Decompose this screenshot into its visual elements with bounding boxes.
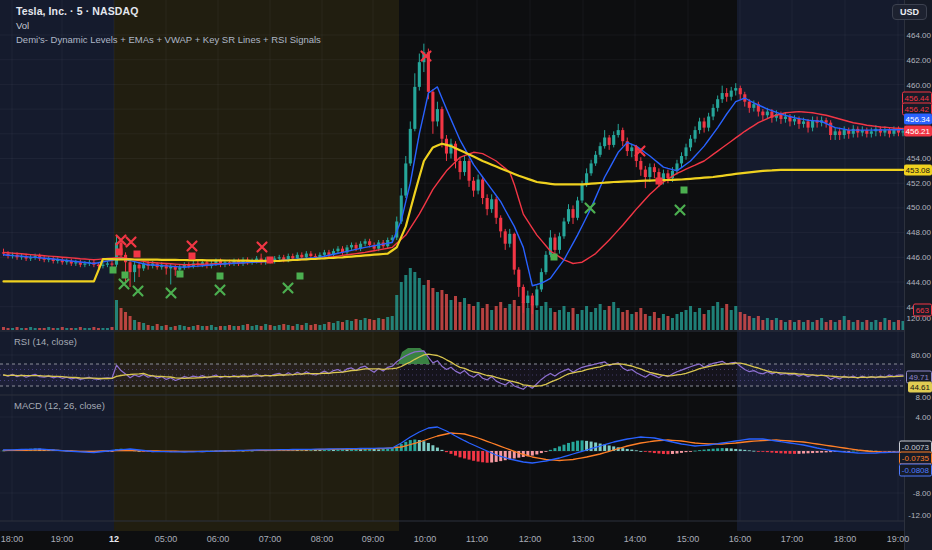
candle-body: [888, 130, 891, 134]
volume-bar: [685, 310, 688, 330]
candle-body: [413, 87, 416, 129]
rsi-pane-label[interactable]: RSI (14, close): [14, 336, 77, 347]
volume-bar: [576, 314, 579, 330]
volume-indicator-label[interactable]: Vol: [16, 20, 321, 31]
volume-bar: [703, 314, 706, 330]
time-axis[interactable]: 18:0019:001205:0006:0007:0008:0009:0010:…: [0, 531, 912, 550]
macd-histogram-bar: [671, 451, 674, 454]
candle-body: [653, 167, 656, 172]
candle-body: [544, 255, 547, 272]
volume-bar: [251, 326, 254, 330]
volume-bar: [852, 322, 855, 330]
volume-bar: [648, 316, 651, 330]
macd-histogram-bar: [721, 448, 724, 451]
chart-canvas[interactable]: [0, 0, 932, 550]
volume-bar: [110, 327, 113, 330]
volume-bar: [296, 324, 299, 330]
volume-bar: [364, 318, 367, 330]
volume-bar: [214, 327, 217, 330]
volume-bar: [486, 304, 489, 330]
time-tick-label: 13:00: [572, 534, 595, 544]
macd-histogram-bar: [454, 451, 457, 456]
volume-bar: [43, 328, 46, 330]
volume-bar: [680, 312, 683, 330]
volume-bar: [314, 324, 317, 330]
volume-bar: [165, 325, 168, 330]
volume-bar: [544, 302, 547, 330]
volume-bar: [151, 326, 154, 330]
volume-bar: [83, 328, 86, 330]
volume-bar: [802, 322, 805, 330]
candle-body: [621, 130, 624, 141]
symbol-title[interactable]: Tesla, Inc. · 5 · NASDAQ: [16, 5, 321, 17]
macd-histogram-bar: [481, 451, 484, 462]
volume-bar: [730, 310, 733, 330]
macd-histogram-bar: [644, 451, 647, 452]
price-tick-label: 448.00: [907, 228, 931, 237]
currency-button[interactable]: USD: [892, 4, 927, 20]
volume-bar: [7, 328, 10, 330]
price-tick-label: 4.00: [915, 413, 931, 422]
price-badge: 44.61: [908, 382, 932, 393]
time-tick-label: 15:00: [677, 534, 700, 544]
volume-bar: [445, 294, 448, 330]
time-tick-label: 10:00: [414, 534, 437, 544]
candle-body: [585, 173, 588, 184]
volume-bar: [468, 304, 471, 330]
candle-body: [409, 129, 412, 164]
macd-histogram-bar: [793, 451, 796, 454]
macd-histogram-bar: [427, 443, 430, 451]
volume-bar: [359, 320, 362, 330]
volume-bar: [477, 302, 480, 330]
candle-body: [571, 209, 574, 218]
volume-bar: [61, 327, 64, 330]
macd-histogram-bar: [639, 451, 642, 452]
volume-bar: [757, 316, 760, 330]
time-tick-label: 12: [109, 534, 119, 544]
volume-bar: [883, 318, 886, 330]
volume-bar: [138, 322, 141, 330]
candle-body: [468, 161, 471, 181]
candle-body: [703, 121, 706, 127]
volume-bar: [350, 321, 353, 330]
sell-square-marker: [189, 253, 196, 260]
volume-bar: [567, 312, 570, 330]
volume-bar: [269, 325, 272, 330]
volume-bar: [92, 327, 95, 330]
price-badge: 663: [913, 304, 932, 317]
candle-body: [766, 112, 769, 116]
macd-histogram-bar: [712, 449, 715, 451]
candle-body: [404, 163, 407, 195]
volume-bar: [449, 300, 452, 330]
candle-body: [644, 170, 647, 177]
candle-body: [504, 231, 507, 243]
macd-pane-label[interactable]: MACD (12, 26, close): [14, 400, 105, 411]
time-tick-label: 08:00: [311, 534, 334, 544]
price-tick-label: 454.00: [907, 154, 931, 163]
volume-bar: [323, 324, 326, 330]
volume-bar: [811, 322, 814, 330]
volume-bar: [20, 328, 23, 330]
macd-histogram-bar: [463, 451, 466, 458]
macd-histogram-bar: [689, 451, 692, 452]
volume-bar: [440, 290, 443, 330]
strategy-indicator-label[interactable]: Demi's- Dynamic Levels + EMAs + VWAP + K…: [16, 34, 321, 45]
time-tick-label: 16:00: [729, 534, 752, 544]
candle-body: [734, 88, 737, 90]
volume-bar: [892, 322, 895, 330]
volume-bar: [594, 308, 597, 330]
volume-bar: [377, 318, 380, 330]
price-axis[interactable]: 464.00462.00460.00454.00452.00450.00448.…: [904, 0, 932, 550]
volume-bar: [499, 302, 502, 330]
candle-body: [517, 270, 520, 287]
volume-bar: [585, 306, 588, 330]
candle-body: [608, 138, 611, 145]
volume-bar: [495, 306, 498, 330]
volume-bar: [472, 306, 475, 330]
price-tick-label: 8.00: [915, 393, 931, 402]
volume-bar: [255, 325, 258, 330]
volume-bar: [784, 322, 787, 330]
candle-body: [531, 296, 534, 306]
candle-body: [594, 155, 597, 164]
macd-histogram-bar: [468, 451, 471, 460]
